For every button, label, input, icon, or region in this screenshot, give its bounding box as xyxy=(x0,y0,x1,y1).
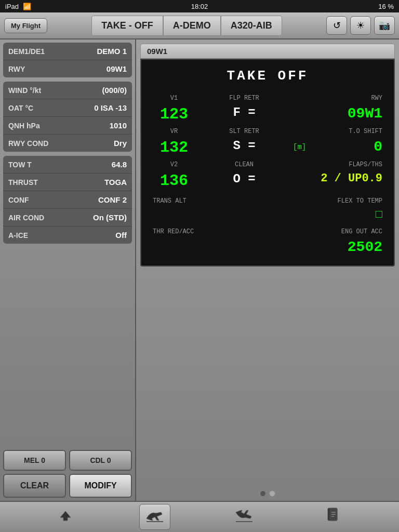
rwy-value: 09W1 xyxy=(107,64,127,73)
param-row-dem1: DEM1/DE1 DEMO 1 xyxy=(3,43,132,60)
conf-value: CONF 2 xyxy=(98,195,127,204)
modify-button[interactable]: MODIFY xyxy=(69,474,132,498)
flex-temp-value: □ xyxy=(293,208,382,221)
clear-button[interactable]: CLEAR xyxy=(3,474,66,498)
qnh-value: 1010 xyxy=(110,121,127,130)
oat-label: OAT °C xyxy=(8,104,33,112)
aircond-value: On (STD) xyxy=(93,213,127,222)
aircond-label: AIR COND xyxy=(8,214,44,222)
clean-value: O = xyxy=(201,172,288,186)
wind-value: (000/0) xyxy=(102,86,127,95)
page-dot-1 xyxy=(260,490,266,497)
time-display: 18:02 xyxy=(191,3,208,10)
slt-retr-value: S = xyxy=(201,139,288,153)
qnh-label: QNH hPa xyxy=(8,122,40,130)
rwy-label: RWY xyxy=(8,65,25,73)
param-group-demo: DEM1/DE1 DEMO 1 RWY 09W1 xyxy=(3,43,132,77)
tab-takeoff-icon xyxy=(145,507,164,527)
tow-label: TOW T xyxy=(8,161,32,169)
rwy-screen-value: 09W1 xyxy=(293,105,382,122)
display-screen: TAKE OFF V1 FLP RETR RWY 123 xyxy=(140,59,395,267)
aice-label: A-ICE xyxy=(8,231,28,240)
to-shift-value: 0 xyxy=(374,139,382,155)
toolbar: My Flight TAKE - OFF A-DEMO A320-AIB ↺ ☀… xyxy=(0,12,399,39)
eng-out-acc-value: 2502 xyxy=(293,239,382,255)
screen-row-trans: TRANS ALT FLEX TO TEMP xyxy=(151,192,384,206)
conf-label: CONF xyxy=(8,196,29,204)
title-a320: A320-AIB xyxy=(221,16,282,36)
flaps-ths-value: 2 / UP0.9 xyxy=(293,172,382,185)
brightness-button[interactable]: ☀ xyxy=(350,16,371,35)
status-left: iPad 📶 xyxy=(5,3,31,10)
wifi-icon: 📶 xyxy=(23,3,31,10)
tow-value: 64.8 xyxy=(112,160,127,169)
screen-row-labels-mid: VR SLT RETR T.O SHIFT xyxy=(151,125,384,137)
tab-takeoff[interactable] xyxy=(139,504,170,530)
thrust-value: TOGA xyxy=(104,178,127,187)
screen-row-v1: 123 F = 09W1 xyxy=(151,104,384,124)
screen-row-v2: 136 O = 2 / UP0.9 xyxy=(151,171,384,191)
param-row-aircond: AIR COND On (STD) xyxy=(3,209,132,227)
slt-retr-label: SLT RETR xyxy=(229,128,259,135)
toolbar-icons: ↺ ☀ 📷 xyxy=(326,16,395,35)
to-shift-unit: [m] xyxy=(293,143,306,151)
rwycond-value: Dry xyxy=(114,139,127,148)
tab-plane[interactable] xyxy=(50,504,81,530)
title-takeoff: TAKE - OFF xyxy=(91,16,163,36)
screen-title: TAKE OFF xyxy=(150,68,385,84)
oat-value: 0 ISA -13 xyxy=(94,103,127,112)
param-row-oat: OAT °C 0 ISA -13 xyxy=(3,99,132,117)
status-bar: iPad 📶 18:02 16 % xyxy=(0,0,399,12)
screen-data-table: V1 FLP RETR RWY 123 F = xyxy=(150,91,385,257)
panel-rwy-label: 09W1 xyxy=(140,44,395,59)
battery-label: 16 % xyxy=(378,3,394,10)
wind-label: WIND °/kt xyxy=(8,86,41,95)
cdl-button[interactable]: CDL 0 xyxy=(69,450,132,471)
flp-retr-value: F = xyxy=(201,105,288,119)
to-shift-label: T.O SHIFT xyxy=(349,128,382,135)
right-panel: 09W1 TAKE OFF V1 FLP RETR RWY xyxy=(136,39,399,501)
param-row-thrust: THRUST TOGA xyxy=(3,174,132,191)
screen-row-trans-val: □ xyxy=(151,207,384,222)
device-label: iPad xyxy=(5,3,19,10)
flaps-ths-label: FLAPS/THS xyxy=(349,161,382,168)
tab-docs-icon xyxy=(326,507,341,527)
rwycond-label: RWY COND xyxy=(8,139,48,148)
param-row-tow: TOW T 64.8 xyxy=(3,156,132,174)
screen-row-labels-top: V1 FLP RETR RWY xyxy=(151,92,384,103)
aice-value: Off xyxy=(115,231,127,240)
tab-landing-icon xyxy=(235,507,254,527)
v1-label: V1 xyxy=(170,95,178,102)
clean-label: CLEAN xyxy=(235,161,254,168)
toolbar-title: TAKE - OFF A-DEMO A320-AIB xyxy=(50,16,323,36)
v2-label: V2 xyxy=(170,161,178,168)
v1-value: 123 xyxy=(153,105,195,123)
tab-plane-icon xyxy=(57,507,74,527)
tab-landing[interactable] xyxy=(229,504,260,530)
mel-button[interactable]: MEL 0 xyxy=(3,450,66,471)
tab-docs[interactable] xyxy=(318,504,349,530)
title-ademo: A-DEMO xyxy=(163,16,221,36)
action-buttons: CLEAR MODIFY xyxy=(3,474,132,498)
refresh-button[interactable]: ↺ xyxy=(326,16,347,35)
mel-cdl-buttons: MEL 0 CDL 0 xyxy=(3,450,132,471)
camera-button[interactable]: 📷 xyxy=(374,16,395,35)
v2-value: 136 xyxy=(153,172,195,190)
flex-temp-label: FLEX TO TEMP xyxy=(338,197,382,205)
eng-out-acc-label: ENG OUT ACC xyxy=(341,228,382,235)
thr-red-label: THR RED/ACC xyxy=(153,228,194,235)
trans-alt-label: TRANS ALT xyxy=(153,197,187,205)
my-flight-button[interactable]: My Flight xyxy=(4,18,47,33)
param-row-qnh: QNH hPa 1010 xyxy=(3,117,132,135)
dem1-value: DEMO 1 xyxy=(97,47,127,56)
flp-retr-label: FLP RETR xyxy=(229,95,259,102)
status-right: 16 % xyxy=(378,3,394,10)
rwy-screen-label: RWY xyxy=(371,95,382,102)
screen-row-thr-val: 2502 xyxy=(151,238,384,256)
param-group-perf: TOW T 64.8 THRUST TOGA CONF CONF 2 AIR C… xyxy=(3,156,132,244)
page-indicator xyxy=(140,490,395,497)
param-group-weather: WIND °/kt (000/0) OAT °C 0 ISA -13 QNH h… xyxy=(3,82,132,152)
screen-row-thr: THR RED/ACC ENG OUT ACC xyxy=(151,223,384,237)
param-row-rwycond: RWY COND Dry xyxy=(3,135,132,152)
vr-label: VR xyxy=(170,128,178,135)
